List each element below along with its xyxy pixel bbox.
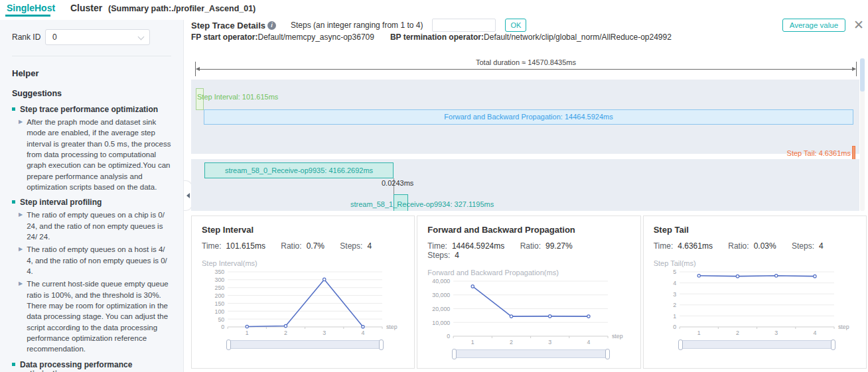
svg-text:0: 0: [221, 324, 224, 330]
active-tab-underline: [5, 15, 50, 17]
steps-input[interactable]: [432, 19, 496, 32]
forward-backward-line-chart[interactable]: 010,00020,00030,00040,0001234step: [427, 278, 630, 347]
chart-stats: Time:14464.5924ms Ratio:99.27% Steps:4: [427, 241, 630, 260]
svg-text:3: 3: [323, 330, 326, 336]
suggestion-item: ▶ The ratio of empty queues on a host is…: [19, 244, 171, 277]
datazoom-left-handle[interactable]: [452, 349, 457, 359]
svg-text:1: 1: [673, 313, 676, 320]
svg-text:250: 250: [215, 284, 225, 291]
time-label: Time:: [427, 241, 447, 251]
svg-text:1: 1: [697, 330, 700, 336]
step-tail-line-chart[interactable]: 0123451234step: [654, 269, 856, 338]
close-icon[interactable]: ✕: [853, 19, 864, 32]
suggestions-title: Suggestions: [12, 89, 171, 98]
suggestion-item: ▶ After the praph mode and dataset sink …: [19, 117, 171, 192]
datazoom-left-handle[interactable]: [678, 340, 683, 350]
svg-text:2: 2: [736, 330, 739, 336]
section-header: Step trace performance optimization: [12, 105, 171, 114]
fp-start-operator-label: FP start operator:: [191, 32, 257, 42]
profiler-app: SingleHost Cluster (Summary path:./profi…: [0, 0, 868, 372]
step-trace-header: Step Trace Details i Steps (an integer r…: [191, 18, 865, 32]
summary-path: (Summary path:./profiler_Ascend_01): [108, 4, 255, 13]
helper-sidebar: Rank ID 0 Helper Suggestions Step trace …: [0, 20, 184, 372]
trace-scrollbar-thumb[interactable]: [860, 58, 865, 92]
time-value: 4.6361ms: [678, 241, 713, 251]
svg-text:3: 3: [673, 291, 676, 298]
collapse-left-icon: [186, 193, 190, 198]
datazoom-slider[interactable]: [228, 340, 382, 349]
svg-text:4: 4: [361, 330, 364, 336]
trace-lane-streams: stream_58_0_Receive-op9935: 4166.2692ms …: [191, 159, 859, 211]
rank-id-select[interactable]: 0: [45, 29, 150, 45]
svg-text:50: 50: [218, 316, 224, 323]
trace-scrollbar-track: [860, 58, 865, 211]
total-duration-ruler: Total duration ≈ 14570.8435ms: [195, 58, 857, 77]
ratio-label: Ratio:: [728, 241, 749, 251]
bp-termination-operator-label: BP termination operator:: [390, 32, 484, 42]
chart-stats: Time:4.6361ms Ratio:0.03% Steps:4: [654, 241, 856, 251]
suggestion-item: ▶ The ratio of empty queues on a chip is…: [19, 210, 171, 242]
ratio-value: 0.03%: [754, 241, 776, 251]
datazoom-left-handle[interactable]: [226, 340, 231, 350]
ratio-label: Ratio:: [520, 241, 541, 251]
top-tab-bar: SingleHost Cluster (Summary path:./profi…: [0, 0, 868, 19]
svg-text:2: 2: [510, 339, 513, 345]
svg-text:30,000: 30,000: [433, 292, 451, 298]
step-interval-line-chart[interactable]: 0501001502002503003501234step: [202, 269, 404, 338]
ratio-label: Ratio:: [281, 241, 301, 251]
section-header: Step interval profiling: [12, 198, 171, 207]
datazoom-right-handle[interactable]: [605, 349, 610, 359]
trace-lane-steps: Step Interval: 101.615ms Forward and Bac…: [191, 80, 859, 154]
triangle-bullet-icon[interactable]: ▶: [19, 210, 23, 242]
stream-gap-duration-label: 0.0243ms: [382, 179, 413, 187]
triangle-bullet-icon[interactable]: ▶: [19, 117, 23, 192]
svg-text:0: 0: [447, 333, 451, 340]
triangle-bullet-icon[interactable]: ▶: [19, 244, 23, 277]
ok-button[interactable]: OK: [505, 19, 526, 32]
section-header: Data processing performance optimization: [12, 360, 171, 372]
time-value: 101.615ms: [226, 241, 265, 251]
arrow-left-icon: [196, 67, 200, 71]
svg-text:3: 3: [549, 339, 552, 345]
suggestion-section-data-processing: Data processing performance optimization…: [12, 360, 171, 372]
stream-58-0-receive-box[interactable]: stream_58_0_Receive-op9935: 4166.2692ms: [204, 162, 394, 178]
time-label: Time:: [654, 241, 674, 251]
sidebar-divider: [12, 56, 171, 56]
square-bullet-icon: [12, 200, 15, 204]
rank-id-label: Rank ID: [12, 32, 45, 42]
chevron-down-icon: [138, 34, 145, 40]
ruler-line: [196, 69, 855, 70]
svg-text:3: 3: [774, 330, 778, 336]
svg-text:100: 100: [215, 308, 225, 315]
rank-id-value: 0: [52, 32, 57, 42]
svg-text:4: 4: [587, 339, 591, 345]
datazoom-right-handle[interactable]: [831, 340, 835, 350]
chart-title: Step Tail: [654, 225, 856, 235]
triangle-bullet-icon[interactable]: ▶: [19, 279, 23, 354]
steps-label: Steps:: [427, 251, 450, 260]
svg-text:200: 200: [215, 292, 225, 299]
ruler-left-endbar: [195, 62, 196, 76]
svg-text:300: 300: [215, 277, 225, 283]
section-title: Data processing performance optimization: [20, 360, 171, 372]
average-value-button[interactable]: Average value: [782, 19, 845, 32]
svg-text:step: step: [838, 324, 849, 330]
info-icon[interactable]: i: [267, 21, 276, 30]
suggestion-text: After the praph mode and dataset sink mo…: [27, 117, 171, 192]
forward-backward-propagation-box[interactable]: Forward and Backward Propagation: 14464.…: [204, 109, 853, 125]
datazoom-right-handle[interactable]: [379, 340, 384, 350]
helper-title: Helper: [12, 68, 171, 78]
svg-text:350: 350: [215, 269, 225, 275]
step-tail-label: Step Tail: 4.6361ms: [787, 149, 851, 157]
tab-cluster[interactable]: Cluster: [70, 3, 102, 13]
datazoom-slider[interactable]: [680, 340, 833, 349]
ruler-right-endbar: [856, 62, 857, 76]
datazoom-slider[interactable]: [454, 349, 607, 358]
svg-text:2: 2: [673, 302, 676, 308]
step-interval-label: Step Interval: 101.615ms: [197, 93, 278, 101]
section-title: Step trace performance optimization: [20, 105, 158, 114]
time-value: 14464.5924ms: [452, 241, 504, 251]
page-title: Step Trace Details: [191, 21, 265, 31]
tab-singlehost[interactable]: SingleHost: [7, 3, 55, 13]
svg-text:2: 2: [284, 330, 287, 336]
